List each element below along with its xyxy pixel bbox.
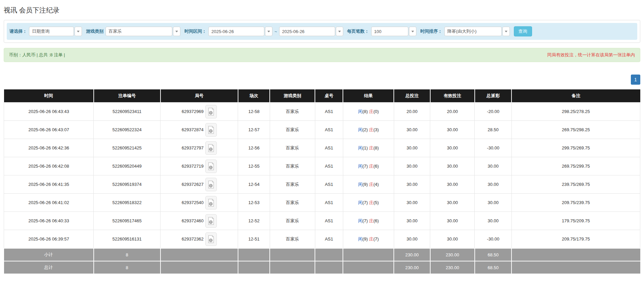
pagination-page-1-button[interactable]: 1	[631, 75, 640, 85]
player-result-label: 闲	[358, 218, 362, 223]
cell-valid-bet: 30.00	[430, 121, 475, 139]
video-replay-button[interactable]	[205, 141, 217, 155]
video-replay-button[interactable]	[205, 232, 217, 246]
cell-total-bet[interactable]: 30.00	[394, 212, 430, 230]
page-size-input[interactable]	[371, 27, 408, 36]
query-type-select[interactable]	[29, 27, 82, 36]
page-size-select[interactable]	[371, 27, 416, 36]
time-sort-input[interactable]	[444, 27, 502, 36]
cell-total-bet[interactable]: 30.00	[394, 175, 430, 194]
video-file-icon	[208, 199, 214, 207]
table-row: 2025-06-26 06:42:08 522609520449 6293727…	[4, 157, 640, 175]
date-to-caret-button[interactable]	[336, 27, 343, 36]
game-type-input[interactable]	[106, 27, 172, 36]
player-result-value: (9)	[362, 182, 368, 187]
video-file-icon	[208, 180, 214, 189]
game-type-select[interactable]	[106, 27, 180, 36]
round-id-text: 629372797	[182, 145, 204, 150]
cell-game-type: 百家乐	[270, 194, 315, 212]
player-result-label: 闲	[358, 236, 362, 242]
date-to-input[interactable]	[279, 27, 335, 36]
player-result-label: 闲	[358, 182, 362, 187]
round-id-text: 629372874	[182, 127, 204, 132]
cell-total-bet[interactable]: 30.00	[394, 230, 430, 249]
date-from-caret-button[interactable]	[265, 27, 272, 36]
cell-total-bet[interactable]: 30.00	[394, 121, 430, 139]
player-result-value: (7)	[362, 200, 368, 205]
query-type-input[interactable]	[29, 27, 74, 36]
header-remark: 备注	[511, 89, 640, 103]
video-replay-button[interactable]	[205, 178, 217, 191]
header-total-payout: 总派彩	[475, 89, 511, 103]
page-size-caret-button[interactable]	[409, 27, 416, 36]
game-type-caret-button[interactable]	[173, 27, 180, 36]
grand-total-total-bet: 230.00	[394, 261, 430, 274]
cell-game-type: 百家乐	[270, 157, 315, 175]
cell-session: 12-55	[238, 157, 270, 175]
video-replay-button[interactable]	[205, 160, 217, 173]
cell-total-bet[interactable]: 20.00	[394, 103, 430, 121]
player-result-label: 闲	[358, 200, 362, 205]
date-from-input[interactable]	[208, 27, 264, 36]
player-result-value: (8)	[362, 109, 368, 114]
cell-valid-bet: 30.00	[430, 194, 475, 212]
query-type-caret-button[interactable]	[75, 27, 82, 36]
cell-total-payout: 30.00	[475, 175, 511, 194]
round-id-text: 629372460	[182, 218, 204, 223]
round-id-text: 629372719	[182, 164, 204, 169]
table-row: 2025-06-26 06:41:35 522609519374 6293726…	[4, 175, 640, 194]
cell-remark: 269.75/298.25	[511, 121, 640, 139]
cell-game-type: 百家乐	[270, 139, 315, 157]
cell-session: 12-54	[238, 175, 270, 194]
cell-bet-id: 522609520449	[94, 157, 160, 175]
table-row: 2025-06-26 06:43:43 522609523411 6293729…	[4, 103, 640, 121]
cell-remark: 209.75/179.75	[511, 230, 640, 249]
cell-session: 12-57	[238, 121, 270, 139]
video-replay-button[interactable]	[205, 105, 217, 118]
cell-total-bet[interactable]: 30.00	[394, 157, 430, 175]
subtotal-label: 小计	[4, 248, 94, 261]
header-valid-bet: 有效投注	[430, 89, 475, 103]
banker-result-label: 庄	[369, 127, 374, 132]
video-replay-button[interactable]	[205, 196, 217, 209]
date-range-separator: ~	[274, 29, 277, 34]
cell-remark: 298.25/278.25	[511, 103, 640, 121]
chevron-down-icon	[505, 31, 507, 32]
chevron-down-icon	[411, 31, 414, 32]
cell-table-no: AS1	[315, 212, 343, 230]
subtotal-count: 8	[94, 248, 160, 261]
time-sort-select[interactable]	[444, 27, 510, 36]
date-from-select[interactable]	[208, 27, 272, 36]
cell-total-bet[interactable]: 30.00	[394, 194, 430, 212]
search-button[interactable]: 查询	[514, 26, 532, 36]
header-result: 结果	[343, 89, 394, 103]
currency-summary-bar: 币别：人民币 | 总共 :8 注单 | 同局有效投注，统一计算在该局第一张注单内	[4, 48, 640, 62]
time-sort-label: 时间排序：	[420, 28, 442, 34]
player-result-label: 闲	[358, 145, 362, 150]
banker-result-value: (3)	[374, 127, 379, 132]
page-title: 视讯 会员下注纪录	[4, 5, 640, 15]
round-id-text: 629372969	[182, 109, 204, 114]
cell-round-id: 629372460	[160, 212, 238, 230]
page-size-label: 每页笔数：	[347, 28, 369, 34]
date-to-select[interactable]	[279, 27, 343, 36]
cell-round-id: 629372797	[160, 139, 238, 157]
cell-remark: 209.75/239.75	[511, 194, 640, 212]
round-id-text: 629372540	[182, 200, 204, 205]
cell-round-id: 629372540	[160, 194, 238, 212]
cell-total-bet[interactable]: 30.00	[394, 139, 430, 157]
bet-records-table: 时间 注单编号 局号 场次 游戏类别 桌号 结果 总投注 有效投注 总派彩 备注…	[4, 89, 640, 274]
video-replay-button[interactable]	[205, 214, 217, 228]
table-row: 2025-06-26 06:39:57 522609516131 6293723…	[4, 230, 640, 249]
time-sort-caret-button[interactable]	[502, 27, 510, 36]
banker-result-value: (6)	[374, 218, 379, 223]
cell-round-id: 629372874	[160, 121, 238, 139]
cell-time: 2025-06-26 06:43:07	[4, 121, 94, 139]
cell-total-payout: 30.00	[475, 212, 511, 230]
filter-panel: 请选择： 游戏类别 时间区间： ~	[4, 20, 640, 43]
video-file-icon	[208, 126, 214, 134]
cell-bet-id: 522609523411	[94, 103, 160, 121]
cell-total-payout: 30.00	[475, 157, 511, 175]
cell-total-payout: -20.00	[475, 103, 511, 121]
video-replay-button[interactable]	[205, 123, 217, 137]
